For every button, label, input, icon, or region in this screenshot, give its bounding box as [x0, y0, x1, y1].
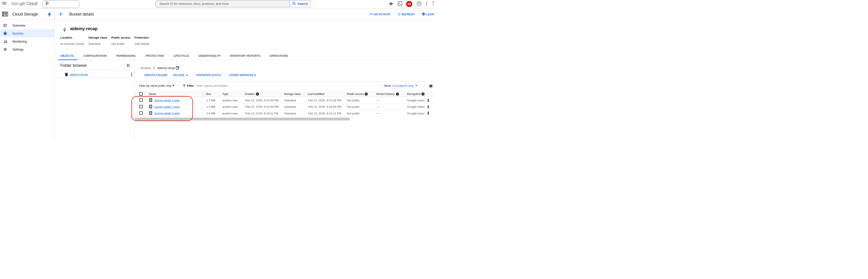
svg-text:?: ? — [397, 93, 398, 95]
svg-text:?: ? — [366, 93, 367, 95]
svg-text:?: ? — [422, 93, 424, 95]
svg-text:?: ? — [418, 2, 420, 5]
svg-text:?: ? — [257, 93, 258, 95]
